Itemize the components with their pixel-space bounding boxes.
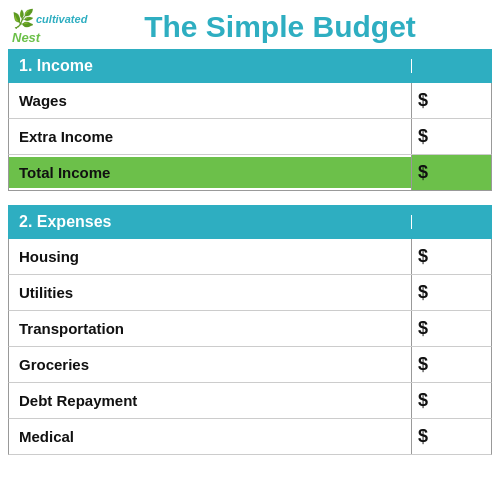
total-income-dollar: $ xyxy=(418,162,428,182)
income-header-amount xyxy=(411,59,491,73)
total-income-amount[interactable]: $ xyxy=(411,155,491,190)
total-income-label: Total Income xyxy=(9,157,411,188)
table-row: Medical $ xyxy=(8,419,492,455)
debt-repayment-label: Debt Repayment xyxy=(9,385,411,416)
groceries-label: Groceries xyxy=(9,349,411,380)
table-row: Utilities $ xyxy=(8,275,492,311)
extra-income-label: Extra Income xyxy=(9,121,411,152)
extra-income-dollar: $ xyxy=(418,126,428,146)
medical-amount[interactable]: $ xyxy=(411,419,491,454)
medical-label: Medical xyxy=(9,421,411,452)
logo-top-row: 🌿 cultivated xyxy=(12,8,87,30)
expenses-header-amount xyxy=(411,215,491,229)
housing-amount[interactable]: $ xyxy=(411,239,491,274)
page: 🌿 cultivated Nest The Simple Budget 1. I… xyxy=(0,0,500,500)
utilities-label: Utilities xyxy=(9,277,411,308)
utilities-dollar: $ xyxy=(418,282,428,302)
medical-dollar: $ xyxy=(418,426,428,446)
income-section-header: 1. Income xyxy=(8,49,492,83)
leaf-icon: 🌿 xyxy=(12,8,34,30)
table-row: Housing $ xyxy=(8,239,492,275)
logo-area: 🌿 cultivated Nest xyxy=(12,8,92,45)
section-gap xyxy=(8,191,492,205)
utilities-amount[interactable]: $ xyxy=(411,275,491,310)
groceries-amount[interactable]: $ xyxy=(411,347,491,382)
logo-nest-text: Nest xyxy=(12,30,40,45)
page-title: The Simple Budget xyxy=(92,10,488,44)
logo-bottom-row: Nest xyxy=(12,30,40,45)
wages-dollar: $ xyxy=(418,90,428,110)
total-income-row: Total Income $ xyxy=(8,155,492,191)
table-row: Groceries $ xyxy=(8,347,492,383)
transportation-dollar: $ xyxy=(418,318,428,338)
transportation-amount[interactable]: $ xyxy=(411,311,491,346)
debt-repayment-amount[interactable]: $ xyxy=(411,383,491,418)
debt-repayment-dollar: $ xyxy=(418,390,428,410)
table-row: Wages $ xyxy=(8,83,492,119)
transportation-label: Transportation xyxy=(9,313,411,344)
header: 🌿 cultivated Nest The Simple Budget xyxy=(0,0,500,49)
budget-container: 1. Income Wages $ Extra Income $ Total I… xyxy=(0,49,500,455)
table-row: Extra Income $ xyxy=(8,119,492,155)
income-header-label: 1. Income xyxy=(9,50,411,82)
housing-label: Housing xyxy=(9,241,411,272)
expenses-section-header: 2. Expenses xyxy=(8,205,492,239)
table-row: Debt Repayment $ xyxy=(8,383,492,419)
logo-container: 🌿 cultivated Nest xyxy=(12,8,87,45)
expenses-header-label: 2. Expenses xyxy=(9,206,411,238)
groceries-dollar: $ xyxy=(418,354,428,374)
housing-dollar: $ xyxy=(418,246,428,266)
wages-label: Wages xyxy=(9,85,411,116)
logo-cultivated-text: cultivated xyxy=(36,13,87,25)
extra-income-amount[interactable]: $ xyxy=(411,119,491,154)
wages-amount[interactable]: $ xyxy=(411,83,491,118)
table-row: Transportation $ xyxy=(8,311,492,347)
